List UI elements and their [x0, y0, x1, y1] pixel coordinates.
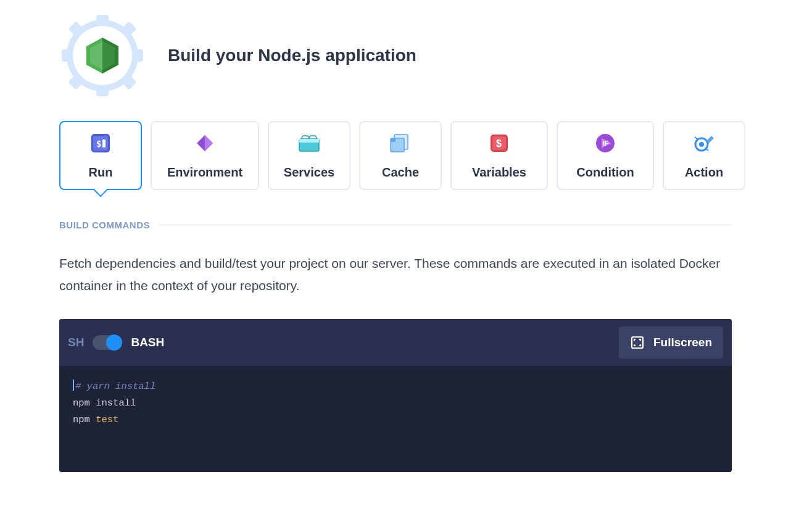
- tab-environment[interactable]: Environment: [151, 121, 259, 190]
- shell-bash-label[interactable]: BASH: [131, 336, 164, 349]
- fullscreen-icon: [630, 335, 645, 350]
- cache-icon: [389, 132, 412, 154]
- code-toolbar: SH BASH Fullscreen: [59, 319, 732, 366]
- tab-label: Condition: [576, 165, 634, 180]
- code-cmd: npm: [73, 414, 90, 425]
- svg-rect-4: [132, 49, 143, 62]
- code-panel: SH BASH Fullscreen # yarn install npm in…: [59, 319, 732, 472]
- section-title: BUILD COMMANDS: [59, 220, 150, 230]
- svg-text:$: $: [496, 138, 502, 149]
- svg-rect-21: [299, 139, 319, 143]
- shell-toggle[interactable]: [93, 335, 122, 350]
- svg-rect-24: [391, 138, 395, 142]
- run-icon: $: [89, 132, 112, 154]
- node-gear-logo: [59, 12, 146, 99]
- tab-label: Run: [89, 165, 113, 180]
- action-icon: [693, 132, 715, 154]
- nodejs-icon: [85, 36, 120, 75]
- code-arg: install: [96, 397, 136, 409]
- tab-run[interactable]: $ Run: [59, 121, 142, 190]
- tab-label: Environment: [167, 165, 242, 180]
- svg-rect-33: [632, 337, 643, 348]
- fullscreen-label: Fullscreen: [653, 336, 712, 349]
- svg-marker-19: [205, 135, 213, 151]
- svg-text:IF: IF: [603, 140, 608, 147]
- code-comment: # yarn install: [75, 381, 155, 392]
- divider: [160, 225, 732, 225]
- services-icon: [298, 132, 320, 154]
- page-header: Build your Node.js application: [59, 12, 732, 99]
- fullscreen-button[interactable]: Fullscreen: [619, 326, 723, 359]
- tab-label: Variables: [472, 165, 526, 180]
- section-description: Fetch dependencies and build/test your p…: [59, 252, 732, 297]
- tab-variables[interactable]: $ Variables: [450, 121, 548, 190]
- tab-action[interactable]: Action: [663, 121, 745, 190]
- environment-icon: [194, 132, 216, 154]
- tab-label: Cache: [382, 165, 419, 180]
- tab-services[interactable]: Services: [268, 121, 350, 190]
- shell-sh-label[interactable]: SH: [68, 336, 84, 349]
- code-cmd: npm: [73, 397, 90, 409]
- code-editor[interactable]: # yarn install npm install npm test: [59, 366, 732, 472]
- svg-text:$: $: [96, 139, 101, 149]
- svg-rect-1: [96, 15, 109, 26]
- tab-bar: $ Run Environment: [59, 121, 732, 190]
- section-header: BUILD COMMANDS: [59, 220, 732, 230]
- toggle-knob: [106, 335, 122, 351]
- tab-cache[interactable]: Cache: [359, 121, 442, 190]
- shell-toggle-group: SH BASH: [68, 335, 164, 350]
- page-title: Build your Node.js application: [168, 46, 416, 65]
- cursor: [73, 380, 74, 391]
- svg-point-32: [699, 142, 704, 147]
- svg-rect-17: [102, 139, 106, 148]
- code-arg: test: [96, 414, 118, 425]
- svg-rect-2: [96, 85, 109, 96]
- tab-label: Action: [685, 165, 723, 180]
- condition-icon: IF: [594, 132, 616, 154]
- svg-rect-3: [62, 49, 73, 62]
- variables-icon: $: [488, 132, 510, 154]
- tab-label: Services: [284, 165, 334, 180]
- tab-condition[interactable]: IF Condition: [557, 121, 654, 190]
